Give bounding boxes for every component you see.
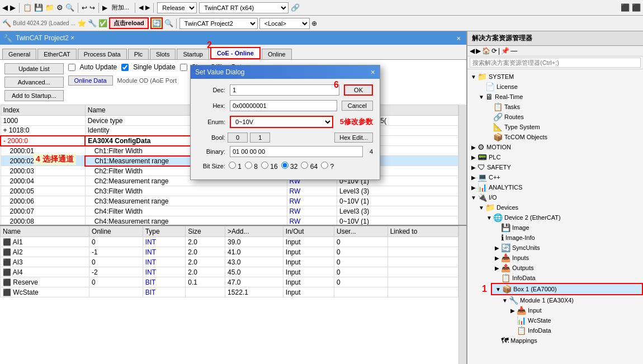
icon-arrow-left[interactable]: ◀ [139,4,143,11]
bit32-radio[interactable] [281,162,289,169]
dialog-overlay: Set Value Dialog × Dec: 6 OK Hex: [0,31,643,364]
enum-label: Enum: [197,119,225,125]
icon-star: ⭐ [77,19,86,27]
icon-separator: ⊕ [311,20,317,27]
bit1-label: 1 [229,162,242,171]
bit1-radio[interactable] [229,162,236,169]
dec-row: Dec: 6 OK [197,84,373,96]
bit8-label: 8 [245,162,258,171]
local-dropdown[interactable]: <Local> [259,18,310,29]
bit64-radio[interactable] [301,162,308,169]
dialog-titlebar: Set Value Dialog × [191,65,380,79]
icon-search2: 🔍 [164,19,173,27]
toolbar-second: 🔨 Build 4024.29 (Loaded ... ⭐ 🔧 ✅ 点击relo… [0,16,643,31]
icon-check: ✅ [98,19,107,27]
hex-input[interactable] [230,100,337,111]
icon-clipboard: 📋 [23,3,32,12]
cancel-button[interactable]: Cancel [342,101,373,111]
icon-search: 🔍 [65,3,74,12]
bit32-label: 32 [281,162,298,171]
bool-label: Bool: [197,134,225,141]
bit8-radio[interactable] [245,162,252,169]
icon-undo[interactable]: ↩ [82,4,87,12]
toolbar-top: ◀ ▶ 📋 💾 📁 ⚙ 🔍 ↩ ↪ ▶ 附加... ◀ ▶ Release Tw… [0,0,643,16]
binary-input[interactable] [230,146,363,157]
dec-input[interactable] [230,84,339,96]
ok-button[interactable]: OK [344,84,373,96]
binary-label: Binary: [197,148,225,155]
win-ctrl-back[interactable]: ◀ [2,3,8,12]
dialog-close-btn[interactable]: × [371,68,375,77]
bool-row: Bool: 0 1 Hex Edit... [197,133,373,143]
icon-tools: 🔧 [88,19,97,27]
build-info: Build 4024.29 (Loaded ... [13,20,75,26]
annotation-6: 6 [334,80,339,90]
bitq-label: ? [321,162,334,171]
annotation-5: 5修改参数 [340,117,373,127]
icon-save: 💾 [34,3,43,12]
binary-num: 4 [370,148,373,155]
bit16-label: 16 [261,162,278,171]
icon-settings: ⚙ [56,3,63,12]
icon-refresh[interactable]: 🔄 [150,17,163,29]
hex-label: Hex: [197,102,225,109]
project-dropdown[interactable]: TwinCAT Project2 [179,18,258,29]
hex-row: Hex: Cancel [197,100,373,111]
icon-layout: ⬛ [621,3,630,12]
icon-redo[interactable]: ↪ [89,4,95,12]
icon-open: 📁 [45,3,54,12]
rt-dropdown[interactable]: TwinCAT RT (x64) [199,2,289,13]
dec-label: Dec: [197,87,225,93]
release-dropdown[interactable]: Release [157,2,197,13]
bit64-label: 64 [301,162,318,171]
bitsize-label: Bit Size: [197,163,225,169]
enum-select[interactable]: 0~10V -10V~10V 0~20mA 4~20mA [230,116,333,128]
enum-row: Enum: 0~10V -10V~10V 0~20mA 4~20mA 5修改参数 [197,116,373,128]
win-ctrl-fwd[interactable]: ▶ [10,3,16,12]
bitsize-row: Bit Size: 1 8 16 32 64 ? [197,162,373,171]
hex-edit-btn[interactable]: Hex Edit... [334,133,373,143]
bitq-radio[interactable] [321,162,328,169]
bool-0-btn[interactable]: 0 [228,133,248,143]
bool-1-btn[interactable]: 1 [250,133,270,143]
set-value-dialog: Set Value Dialog × Dec: 6 OK Hex: [190,65,380,180]
add-btn[interactable]: 附加... [110,2,131,13]
binary-row: Binary: 4 [197,146,373,157]
reload-button[interactable]: 点击reload [109,17,149,29]
icon-connect: 🔗 [291,3,300,12]
icon-play[interactable]: ▶ [102,4,107,12]
icon-layout2: ⬛ [632,3,641,12]
icon-arrow-right[interactable]: ▶ [145,4,150,11]
icon-build: 🔨 [2,19,11,27]
dialog-title-text: Set Value Dialog [195,68,245,76]
bit16-radio[interactable] [261,162,268,169]
